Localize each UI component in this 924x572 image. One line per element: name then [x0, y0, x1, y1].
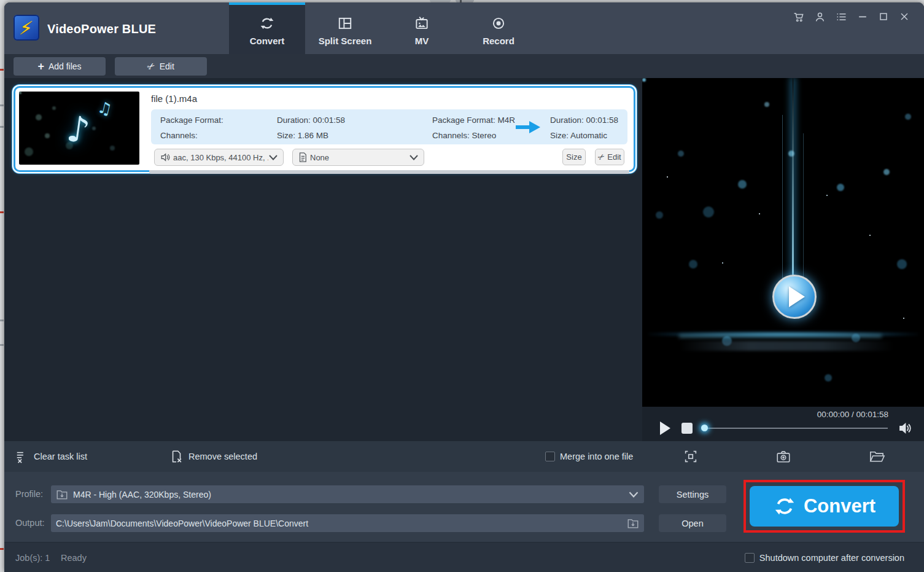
- tab-convert[interactable]: Convert: [229, 2, 305, 57]
- profile-dropdown[interactable]: M4R - High (AAC, 320Kbps, Stereo): [51, 485, 644, 503]
- open-label: Open: [681, 519, 703, 528]
- edit-toolbar-button[interactable]: ✂ Edit: [115, 57, 207, 76]
- player-controls: 00:00:00 / 00:01:58: [642, 407, 924, 441]
- shutdown-checkbox[interactable]: [745, 553, 755, 563]
- reflection-smudge: [679, 341, 894, 351]
- mv-tv-icon: [414, 15, 430, 31]
- clear-task-list-button[interactable]: Clear task list: [15, 441, 87, 472]
- convert-highlight-box: Convert: [743, 480, 905, 533]
- add-files-button[interactable]: + Add files: [14, 57, 106, 76]
- play-button[interactable]: [660, 421, 670, 435]
- convert-direction-arrow-icon: [514, 120, 542, 135]
- shutdown-after-conversion-option[interactable]: Shutdown computer after conversion: [745, 543, 904, 572]
- merge-checkbox[interactable]: [545, 452, 555, 461]
- preview-bokeh-dots: [642, 78, 646, 82]
- preview-play-overlay-button[interactable]: [772, 275, 817, 319]
- source-channels: Channels:: [160, 131, 198, 140]
- output-path-value: C:\Users\Jam\Documents\VideoPower\VideoP…: [56, 519, 622, 528]
- split-screen-icon: [337, 15, 353, 31]
- browse-folder-icon[interactable]: [627, 518, 639, 529]
- convert-button[interactable]: Convert: [750, 486, 899, 527]
- remove-selected-label: Remove selected: [188, 452, 257, 461]
- minimize-button[interactable]: [856, 10, 869, 23]
- scissors-icon: ✂: [596, 151, 607, 163]
- music-notes-icon: ♫: [96, 98, 114, 119]
- file-info-box: Package Format: Duration: 00:01:58 Chann…: [151, 109, 627, 144]
- task-list-area: ♪ ♫ file (1).m4a Package Format: Duratio…: [4, 78, 642, 441]
- file-thumbnail: ♪ ♫: [19, 92, 139, 165]
- size-button-label: Size: [566, 152, 581, 162]
- app-logo: ⚡: [14, 15, 39, 41]
- profile-folder-icon: [56, 489, 68, 500]
- horizon-glow: [679, 335, 882, 337]
- output-label: Output:: [15, 518, 45, 528]
- app-title: VideoPower BLUE: [47, 22, 156, 36]
- open-folder-icon: [869, 449, 885, 464]
- edit-toolbar-label: Edit: [160, 61, 174, 71]
- settings-label: Settings: [677, 490, 709, 500]
- app-window: ⚡ VideoPower BLUE Convert: [4, 2, 924, 572]
- source-size: Size: 1.86 MB: [277, 131, 328, 140]
- audio-track-dropdown[interactable]: aac, 130 Kbps, 44100 Hz, ...: [154, 149, 284, 166]
- snapshot-button[interactable]: [775, 441, 791, 472]
- settings-button[interactable]: Settings: [659, 485, 726, 503]
- menu-list-icon[interactable]: [835, 10, 848, 23]
- profile-value: M4R - High (AAC, 320Kbps, Stereo): [73, 490, 623, 500]
- music-note-icon: ♪: [64, 108, 92, 152]
- title-bar: ⚡ VideoPower BLUE Convert: [4, 2, 924, 54]
- maximize-button[interactable]: [877, 10, 890, 23]
- tab-mv[interactable]: MV: [385, 2, 459, 57]
- stop-button[interactable]: [681, 423, 693, 434]
- thumbnail-bokeh-dots: [19, 92, 21, 94]
- tab-mv-label: MV: [415, 36, 429, 46]
- open-button[interactable]: Open: [659, 514, 726, 532]
- tab-record[interactable]: Record: [459, 2, 538, 57]
- sync-icon: [773, 495, 796, 518]
- output-path-field[interactable]: C:\Users\Jam\Documents\VideoPower\VideoP…: [51, 514, 644, 532]
- merge-into-one-file-option[interactable]: Merge into one file: [545, 441, 633, 472]
- remove-selected-button[interactable]: Remove selected: [170, 441, 257, 472]
- cart-icon[interactable]: [792, 10, 805, 23]
- tab-record-label: Record: [483, 36, 514, 46]
- subtitle-dropdown[interactable]: None: [292, 149, 424, 166]
- file-toolbar: + Add files ✂ Edit: [4, 54, 924, 78]
- jobs-count: Job(s): 1: [15, 553, 50, 563]
- open-output-folder-button[interactable]: [869, 441, 885, 472]
- clear-task-list-label: Clear task list: [34, 452, 87, 461]
- target-size: Size: Automatic: [550, 131, 607, 140]
- tab-split-screen-label: Split Screen: [319, 36, 372, 46]
- tab-convert-label: Convert: [250, 36, 285, 46]
- camera-icon: [775, 449, 791, 464]
- remove-file-icon: [170, 450, 184, 463]
- document-icon: [298, 152, 308, 163]
- profile-label: Profile:: [15, 489, 43, 499]
- chevron-down-icon: [268, 154, 278, 161]
- seek-slider-knob[interactable]: [701, 425, 708, 431]
- background-window-left-sliver: [0, 0, 4, 572]
- sync-icon: [259, 15, 275, 31]
- volume-icon[interactable]: [898, 421, 913, 436]
- fullscreen-button[interactable]: [683, 441, 699, 472]
- plus-icon: +: [37, 61, 44, 72]
- record-icon: [491, 15, 507, 31]
- main-tabs: Convert Split Screen: [229, 2, 538, 54]
- size-button[interactable]: Size: [562, 149, 586, 165]
- status-text: Ready: [61, 553, 87, 563]
- audio-track-value: aac, 130 Kbps, 44100 Hz, ...: [173, 153, 268, 162]
- target-channels: Channels: Stereo: [432, 131, 496, 140]
- preview-specks: [667, 176, 668, 178]
- close-button[interactable]: [898, 10, 910, 23]
- convert-button-label: Convert: [804, 495, 875, 517]
- account-icon[interactable]: [813, 10, 826, 23]
- playback-time: 00:00:00 / 00:01:58: [817, 410, 888, 419]
- tab-split-screen[interactable]: Split Screen: [305, 2, 385, 57]
- file-task-card[interactable]: ♪ ♫ file (1).m4a Package Format: Duratio…: [14, 86, 635, 172]
- scissors-icon: ✂: [145, 60, 158, 73]
- edit-card-button[interactable]: ✂ Edit: [595, 149, 624, 165]
- chevron-down-icon: [409, 154, 419, 161]
- add-files-label: Add files: [49, 61, 82, 71]
- seek-slider[interactable]: [704, 428, 888, 429]
- fullscreen-icon: [683, 449, 699, 464]
- merge-label: Merge into one file: [560, 452, 633, 461]
- next-task-peek: [149, 170, 629, 174]
